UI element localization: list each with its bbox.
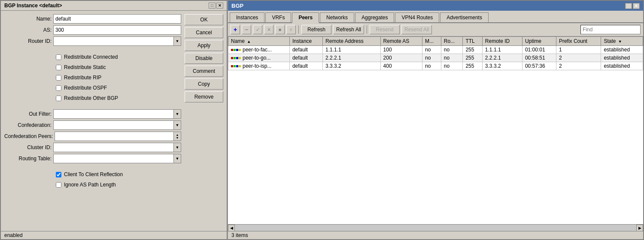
tab-networks[interactable]: Networks [320, 12, 354, 22]
tab-vrfs[interactable]: VRFs [265, 12, 291, 22]
status-text: enabled [4, 232, 23, 238]
ignore-as-path-label[interactable]: Ignore AS Path Length [64, 182, 116, 188]
redistribute-rip-label[interactable]: Redistribute RIP [64, 75, 101, 81]
col-ro[interactable]: Ro... [441, 37, 463, 46]
col-remote-address[interactable]: Remote Address [323, 37, 381, 46]
redistribute-connected-checkbox[interactable] [56, 54, 61, 60]
confederation-dropdown-button[interactable]: ▼ [173, 120, 181, 130]
routing-table-input[interactable] [53, 154, 173, 163]
check-button[interactable]: ✓ [253, 25, 262, 34]
cancel-button[interactable]: Cancel [185, 27, 223, 38]
refresh-button[interactable]: Refresh [301, 25, 331, 34]
refresh-all-button[interactable]: Refresh All [333, 25, 364, 34]
tab-peers[interactable]: Peers [292, 12, 319, 23]
right-minimize-button[interactable]: □ [625, 3, 632, 9]
toolbar-separator-1 [298, 25, 299, 34]
col-instance[interactable]: Instance [289, 37, 322, 46]
col-name[interactable]: Name ▲ [228, 37, 290, 46]
col-m[interactable]: M... [422, 37, 441, 46]
ignore-as-path-checkbox[interactable] [56, 182, 61, 188]
confederation-peers-label: Confederation Peers: [4, 133, 53, 139]
table-cell: 1 [556, 46, 601, 54]
x-button[interactable]: ✕ [264, 25, 273, 34]
remove-button[interactable]: Remove [185, 91, 223, 102]
tab-advertisements[interactable]: Advertisements [440, 12, 489, 22]
col-remote-id[interactable]: Remote ID [482, 37, 522, 46]
peer-status-icon [231, 49, 241, 51]
as-input[interactable] [53, 25, 181, 35]
cluster-id-row: Cluster ID: ▼ [4, 143, 181, 152]
redistribute-ospf-row: Redistribute OSPF [4, 84, 181, 92]
redistribute-connected-label[interactable]: Redistribute Connected [64, 54, 118, 60]
left-close-button[interactable]: ✕ [216, 3, 223, 9]
confederation-peers-input[interactable] [55, 132, 173, 141]
table-cell: default [289, 46, 322, 54]
col-ttl[interactable]: TTL [463, 37, 482, 46]
add-icon: + [234, 26, 237, 33]
redistribute-static-label[interactable]: Redistribute Static [64, 64, 106, 70]
redistribute-other-bgp-row: Redistribute Other BGP [4, 94, 181, 102]
cluster-id-input[interactable] [53, 143, 173, 152]
copy-peer-button[interactable]: ■ [275, 25, 285, 34]
apply-button[interactable]: Apply [185, 40, 223, 51]
right-panel-title: BGP [231, 3, 243, 9]
resend-button[interactable]: Resend [370, 25, 400, 34]
confederation-label: Confederation: [4, 122, 52, 128]
remove-peer-button[interactable]: − [242, 25, 251, 34]
ok-button[interactable]: OK [185, 14, 223, 25]
left-panel-title: BGP Instance <default> [4, 3, 62, 9]
table-cell: 255 [463, 62, 482, 70]
find-input[interactable] [580, 25, 641, 34]
client-to-client-checkbox[interactable] [56, 172, 61, 177]
col-uptime[interactable]: Uptime [522, 37, 556, 46]
table-cell: 00:57:36 [522, 62, 556, 70]
redistribute-other-bgp-label[interactable]: Redistribute Other BGP [64, 95, 118, 101]
out-filter-input[interactable] [53, 109, 173, 119]
confederation-peers-spinner[interactable]: ▲ ▼ [173, 132, 181, 141]
col-remote-as[interactable]: Remote AS [380, 37, 422, 46]
add-button[interactable]: + [231, 25, 240, 34]
name-input[interactable] [53, 14, 181, 24]
table-cell: no [422, 46, 441, 54]
out-filter-row: Out Filter: ▼ [4, 109, 181, 119]
table-cell: no [422, 62, 441, 70]
horizontal-scrollbar[interactable]: ◀ ▶ [228, 224, 643, 231]
name-label: Name: [4, 16, 52, 22]
router-id-input[interactable] [53, 36, 173, 46]
table-row[interactable]: peer-to-fac...default1.1.1.1100nono2551.… [228, 46, 643, 54]
redistribute-static-row: Redistribute Static [4, 63, 181, 72]
toolbar: + − ✓ ✕ ■ ▿ Refresh Refresh All Resend R… [228, 23, 643, 36]
confederation-input[interactable] [53, 120, 173, 130]
table-cell: 2.2.2.1 [482, 54, 522, 62]
right-close-button[interactable]: ✕ [633, 3, 640, 9]
router-id-dropdown-button[interactable]: ▼ [173, 36, 181, 46]
left-minimize-button[interactable]: □ [209, 3, 216, 9]
client-to-client-label[interactable]: Client To Client Reflection [64, 171, 123, 177]
cluster-id-field: ▼ [53, 143, 181, 152]
col-prefix-count[interactable]: Prefix Count [556, 37, 601, 46]
cluster-id-dropdown-button[interactable]: ▼ [173, 143, 181, 152]
scroll-left-button[interactable]: ◀ [228, 225, 235, 231]
redistribute-other-bgp-checkbox[interactable] [56, 96, 61, 101]
disable-button[interactable]: Disable [185, 53, 223, 64]
tab-vpn4-routes[interactable]: VPN4 Routes [395, 12, 439, 22]
routing-table-dropdown-button[interactable]: ▼ [173, 154, 181, 163]
out-filter-dropdown-button[interactable]: ▼ [173, 109, 181, 119]
scroll-track[interactable] [235, 225, 636, 231]
redistribute-static-checkbox[interactable] [56, 65, 61, 70]
col-state[interactable]: State ▼ [601, 37, 643, 46]
right-status-bar: 3 items [228, 231, 643, 239]
router-id-row: Router ID: ▼ [4, 36, 181, 46]
resend-all-button[interactable]: Resend All [401, 25, 432, 34]
redistribute-ospf-label[interactable]: Redistribute OSPF [64, 85, 107, 91]
filter-button[interactable]: ▿ [286, 25, 296, 34]
table-row[interactable]: peer-to-go...default2.2.2.1200nono2552.2… [228, 54, 643, 62]
redistribute-rip-checkbox[interactable] [56, 75, 61, 81]
tab-instances[interactable]: Instances [230, 12, 264, 22]
comment-button[interactable]: Comment [185, 66, 223, 77]
redistribute-ospf-checkbox[interactable] [56, 85, 61, 91]
tab-aggregates[interactable]: Aggregates [355, 12, 394, 22]
copy-button[interactable]: Copy [185, 78, 223, 90]
table-row[interactable]: peer-to-isp...default3.3.3.2400nono2553.… [228, 62, 643, 70]
scroll-right-button[interactable]: ▶ [636, 225, 643, 231]
